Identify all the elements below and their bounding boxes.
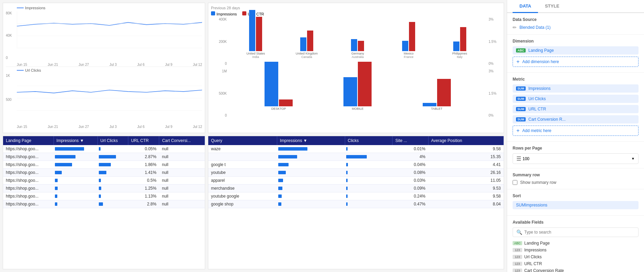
data-source-value[interactable]: Blended Data (1): [519, 25, 551, 30]
metric-chip-impressions[interactable]: SUM Impressions: [513, 84, 639, 93]
field-item-impressions: 123 Impressions: [513, 247, 639, 253]
cell-page: https://shop.goo...: [3, 200, 54, 208]
tab-style[interactable]: STYLE: [538, 0, 566, 13]
cell-clicks2: [345, 161, 393, 169]
cell-avg-pos: 9.53: [428, 185, 504, 192]
cell-impressions: [54, 177, 97, 185]
available-fields-list: ABC Landing Page 123 Impressions 123 Url…: [513, 240, 639, 272]
impressions-line: [17, 11, 202, 48]
url-clicks-x-labels: Jun 15 Jun 21 Jun 27 Jul 3 Jul 6 Jul 9 J…: [17, 125, 202, 129]
search-icon: 🔍: [516, 229, 522, 235]
country-bar-chart: Previous 28 days Impressions URL CTR 400…: [211, 6, 501, 67]
field-item-landing-page: ABC Landing Page: [513, 240, 639, 247]
rows-per-page-section: Rows per Page ☰ 100 ▼: [507, 142, 644, 168]
cell-impressions: [54, 169, 97, 177]
metric-chip-cart[interactable]: SUM Cart Conversion R...: [513, 115, 639, 123]
metric-chip-url-clicks[interactable]: SUM Url Clicks: [513, 95, 639, 103]
add-metric-button[interactable]: + Add metric here: [513, 126, 639, 136]
cell-cart: null: [159, 169, 205, 177]
cell-cart: null: [159, 145, 205, 153]
col-impressions2[interactable]: Impressions ▼: [277, 136, 345, 145]
cell-query: google shop: [208, 200, 277, 208]
cell-page: https://shop.goo...: [3, 145, 54, 153]
search-input[interactable]: [524, 230, 635, 235]
col-landing-page[interactable]: Landing Page: [3, 136, 54, 145]
add-dimension-icon: +: [516, 59, 519, 65]
field-item-url-ctr: 123 URL CTR: [513, 260, 639, 267]
cell-site: 0.01%: [393, 145, 428, 153]
url-clicks-label: Url Clicks: [17, 68, 202, 72]
cell-query: [208, 153, 277, 161]
cell-avg-pos: 11.05: [428, 177, 504, 185]
dimension-title: Dimension: [513, 39, 639, 44]
cell-clicks: [97, 169, 128, 177]
cell-impressions2: [277, 161, 345, 169]
cell-impressions: [54, 185, 97, 192]
cell-query: merchandise: [208, 185, 277, 192]
sidebar-tabs: DATA STYLE: [507, 0, 644, 13]
field-item-url-clicks: 123 Url Clicks: [513, 253, 639, 260]
cell-clicks2: [345, 192, 393, 200]
col-site[interactable]: Site ...: [393, 136, 428, 145]
table-row: google shop 0.47% 8.04: [208, 200, 504, 208]
url-clicks-chart: Url Clicks 1K 500 Jun 15 Jun 21 Jun 27: [6, 68, 202, 129]
edit-icon[interactable]: ✏: [513, 25, 517, 30]
cell-clicks2: [345, 185, 393, 192]
impressions-y-axis: 80K 40K 0: [6, 11, 16, 60]
summary-row-title: Summary row: [513, 173, 639, 177]
cell-clicks: [97, 177, 128, 185]
cell-clicks2: [345, 153, 393, 161]
bar-group-de: Germany Australia: [333, 17, 383, 59]
bar-group-mx: Mexico France: [384, 17, 434, 59]
cell-ctr: 1.25%: [128, 185, 159, 192]
sort-chip-impressions[interactable]: SUM Impressions: [513, 201, 639, 209]
col-url-ctr[interactable]: URL CTR: [128, 136, 159, 145]
bar-group-mobile: MOBILE: [321, 69, 394, 110]
cell-impressions2: [277, 200, 345, 208]
bar-group-ph: Philippines Italy: [435, 17, 484, 59]
tab-data[interactable]: DATA: [513, 0, 538, 13]
available-fields-search[interactable]: 🔍: [513, 227, 639, 237]
cell-query: youtube: [208, 169, 277, 177]
table-row: youtube google 0.24% 9.58: [208, 192, 504, 200]
cell-cart: null: [159, 200, 205, 208]
cell-impressions2: [277, 185, 345, 192]
add-dimension-button[interactable]: + Add dimension here: [513, 57, 639, 67]
cell-query: waze: [208, 145, 277, 153]
available-fields-title: Available Fields: [513, 220, 639, 225]
col-avg-pos[interactable]: Average Position: [428, 136, 504, 145]
cell-clicks2: [345, 145, 393, 153]
cell-ctr: 1.86%: [128, 161, 159, 169]
right-sidebar: DATA STYLE Data Source ✏ Blended Data (1…: [507, 0, 644, 272]
available-fields-section: Available Fields 🔍 ABC Landing Page 123 …: [507, 216, 644, 272]
col-url-clicks[interactable]: Url Clicks: [97, 136, 128, 145]
table-row: https://shop.goo... 1.13% null: [3, 192, 205, 200]
table-row: https://shop.goo... 1.86% null: [3, 161, 205, 169]
table-row: https://shop.goo... 2.87% null: [3, 153, 205, 161]
cell-impressions: [54, 192, 97, 200]
summary-row-checkbox[interactable]: [513, 180, 517, 185]
col-clicks[interactable]: Clicks: [345, 136, 393, 145]
cell-avg-pos: 4.41: [428, 161, 504, 169]
col-cart[interactable]: Cart Conversi...: [159, 136, 205, 145]
table-row: https://shop.goo... 2.8% null: [3, 200, 205, 208]
impressions-label: Impressions: [17, 6, 202, 10]
metric-chip-url-ctr[interactable]: SUM URL CTR: [513, 105, 639, 113]
cell-cart: null: [159, 185, 205, 192]
cell-clicks: [97, 200, 128, 208]
cell-avg-pos: 26.16: [428, 169, 504, 177]
line-charts-panel: Impressions 80K 40K 0 Jun 15 Jun 21: [3, 3, 205, 133]
cell-clicks: [97, 185, 128, 192]
bar-chart2-y-left: 1M 500K 0: [211, 69, 228, 117]
dimension-chip-landing-page[interactable]: ABC Landing Page: [513, 46, 639, 55]
cell-clicks: [97, 192, 128, 200]
rows-chevron: ▼: [631, 157, 635, 161]
rows-per-page-select[interactable]: ☰ 100 ▼: [513, 153, 639, 164]
add-metric-icon: +: [516, 128, 519, 134]
url-clicks-line: [17, 74, 202, 111]
col-query[interactable]: Query: [208, 136, 277, 145]
cell-avg-pos: 9.58: [428, 192, 504, 200]
impressions-x-labels: Jun 15 Jun 21 Jun 27 Jul 3 Jul 6 Jul 9 J…: [17, 63, 202, 67]
metric-title: Metric: [513, 77, 639, 82]
col-impressions[interactable]: Impressions ▼: [54, 136, 97, 145]
